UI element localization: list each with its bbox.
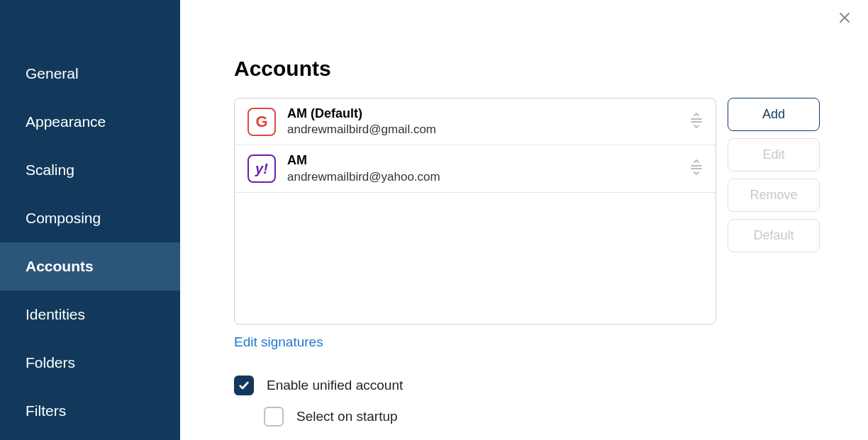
yahoo-icon: y! (247, 154, 276, 183)
sidebar-item-folders[interactable]: Folders (0, 339, 180, 387)
account-info: AM andrewmailbird@yahoo.com (287, 152, 690, 184)
account-row[interactable]: y! AM andrewmailbird@yahoo.com (235, 145, 716, 192)
account-email: andrewmailbird@yahoo.com (287, 169, 690, 185)
options-section: Enable unified account Select on startup (234, 376, 840, 427)
accounts-list: G AM (Default) andrewmailbird@gmail.com … (234, 98, 716, 325)
sidebar-item-appearance[interactable]: Appearance (0, 98, 180, 146)
sidebar: General Appearance Scaling Composing Acc… (0, 0, 180, 440)
account-email: andrewmailbird@gmail.com (287, 122, 690, 137)
account-name: AM (287, 152, 690, 169)
edit-button[interactable]: Edit (728, 138, 820, 171)
option-select-on-startup: Select on startup (264, 407, 840, 427)
sidebar-item-filters[interactable]: Filters (0, 387, 180, 435)
remove-button[interactable]: Remove (728, 179, 820, 212)
sidebar-item-general[interactable]: General (0, 50, 180, 98)
page-title: Accounts (234, 57, 840, 81)
account-row[interactable]: G AM (Default) andrewmailbird@gmail.com (235, 98, 716, 145)
account-name: AM (Default) (287, 106, 690, 122)
action-buttons: Add Edit Remove Default (728, 98, 820, 252)
account-info: AM (Default) andrewmailbird@gmail.com (287, 106, 690, 137)
google-icon: G (247, 108, 276, 136)
drag-handle-icon[interactable] (690, 112, 703, 132)
sidebar-item-identities[interactable]: Identities (0, 290, 180, 339)
add-button[interactable]: Add (728, 98, 820, 131)
main-content: Accounts G AM (Default) andrewmailbird@g… (180, 0, 868, 440)
startup-label: Select on startup (296, 409, 398, 424)
sidebar-item-scaling[interactable]: Scaling (0, 146, 180, 194)
option-unified-account: Enable unified account (234, 376, 840, 395)
unified-checkbox[interactable] (234, 376, 254, 395)
sidebar-item-accounts[interactable]: Accounts (0, 242, 180, 290)
sidebar-item-composing[interactable]: Composing (0, 194, 180, 242)
startup-checkbox[interactable] (264, 407, 284, 427)
close-button[interactable] (838, 11, 851, 27)
unified-label: Enable unified account (267, 378, 403, 393)
default-button[interactable]: Default (728, 219, 820, 252)
drag-handle-icon[interactable] (690, 159, 703, 179)
edit-signatures-link[interactable]: Edit signatures (234, 334, 323, 350)
